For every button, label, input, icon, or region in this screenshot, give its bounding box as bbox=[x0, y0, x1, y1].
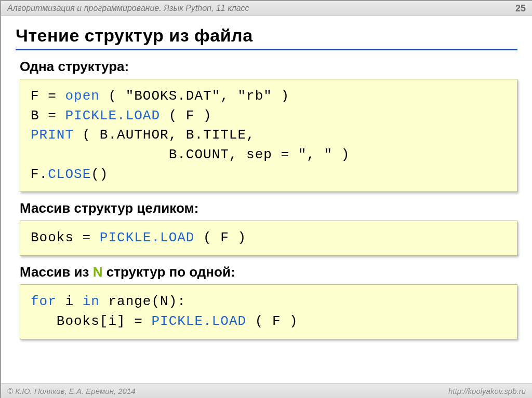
section-text: Массив из bbox=[20, 264, 93, 280]
code-text: = bbox=[39, 88, 65, 104]
code-text: () bbox=[91, 167, 108, 182]
code-array-whole: Books = PICKLE.LOAD ( F ) bbox=[20, 221, 517, 256]
code-text: range(N): bbox=[100, 294, 186, 309]
course-label: Алгоритмизация и программирование. Язык … bbox=[7, 4, 249, 13]
page-number: 25 bbox=[515, 3, 526, 14]
footer-url: http://kpolyakov.spb.ru bbox=[448, 387, 526, 395]
code-text: ( "BOOKS.DAT", "rb" ) bbox=[100, 88, 289, 104]
code-text: = bbox=[74, 230, 100, 245]
slide-title: Чтение структур из файла bbox=[16, 25, 517, 50]
code-text: ( F ) bbox=[194, 230, 246, 245]
code-keyword: for bbox=[31, 294, 57, 309]
code-text: Books bbox=[31, 230, 74, 245]
section-array-n: Массив из N структур по одной: bbox=[20, 264, 517, 280]
code-text bbox=[31, 147, 169, 162]
code-text: ( F ) bbox=[160, 108, 212, 123]
topbar: Алгоритмизация и программирование. Язык … bbox=[1, 1, 532, 16]
code-text bbox=[31, 313, 57, 329]
code-keyword: PRINT bbox=[31, 127, 74, 143]
code-text: = bbox=[126, 313, 152, 329]
code-keyword: PICKLE.LOAD bbox=[100, 230, 195, 245]
code-array-n: for i in range(N): Books[i] = PICKLE.LOA… bbox=[20, 284, 517, 339]
code-keyword: in bbox=[83, 294, 100, 309]
code-text: B bbox=[31, 108, 39, 123]
code-text: B.COUNT, sep = ", " ) bbox=[169, 147, 350, 162]
copyright: © К.Ю. Поляков, Е.А. Ерёмин, 2014 bbox=[7, 387, 136, 395]
code-one-struct: F = open ( "BOOKS.DAT", "rb" ) B = PICKL… bbox=[20, 79, 517, 192]
section-array-whole: Массив структур целиком: bbox=[20, 200, 517, 216]
bottombar: © К.Ю. Поляков, Е.А. Ерёмин, 2014 http:/… bbox=[1, 383, 532, 398]
code-keyword: PICKLE.LOAD bbox=[65, 108, 160, 123]
code-text: i bbox=[57, 294, 83, 309]
code-text: F. bbox=[31, 167, 48, 182]
code-keyword: CLOSE bbox=[48, 167, 91, 182]
highlight-n: N bbox=[93, 264, 103, 280]
code-text: = bbox=[39, 108, 65, 123]
slide-content: Чтение структур из файла Одна структура:… bbox=[1, 16, 532, 339]
code-text: ( B.AUTHOR, B.TITLE, bbox=[74, 127, 255, 143]
code-text: ( F ) bbox=[246, 313, 298, 329]
section-one-struct: Одна структура: bbox=[20, 59, 517, 75]
section-text: структур по одной: bbox=[102, 264, 235, 280]
code-keyword: open bbox=[65, 88, 99, 104]
code-text: Books[i] bbox=[57, 313, 126, 329]
code-keyword: PICKLE.LOAD bbox=[151, 313, 246, 329]
code-text: F bbox=[31, 88, 39, 104]
